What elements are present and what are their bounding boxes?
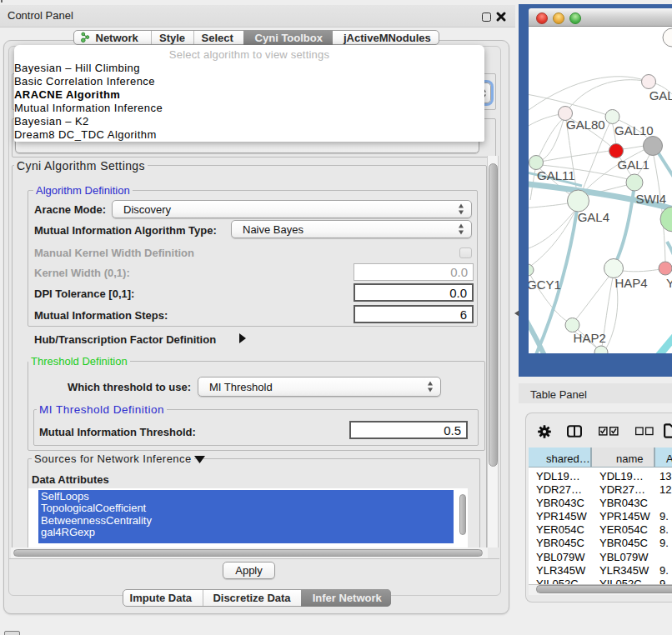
svg-text:SWI4: SWI4 bbox=[636, 192, 667, 206]
svg-text:YJ: YJ bbox=[666, 276, 672, 290]
svg-text:GAL11: GAL11 bbox=[537, 168, 575, 182]
svg-text:GCY1: GCY1 bbox=[529, 278, 561, 292]
svg-text:GAL80: GAL80 bbox=[566, 118, 605, 132]
svg-text:GAL4: GAL4 bbox=[578, 210, 609, 224]
svg-text:GAL10: GAL10 bbox=[614, 123, 654, 138]
svg-text:HAP4: HAP4 bbox=[614, 276, 647, 290]
svg-text:GAL1: GAL1 bbox=[618, 158, 649, 172]
svg-text:HAP2: HAP2 bbox=[574, 331, 606, 345]
svg-text:GAL7: GAL7 bbox=[649, 88, 672, 102]
